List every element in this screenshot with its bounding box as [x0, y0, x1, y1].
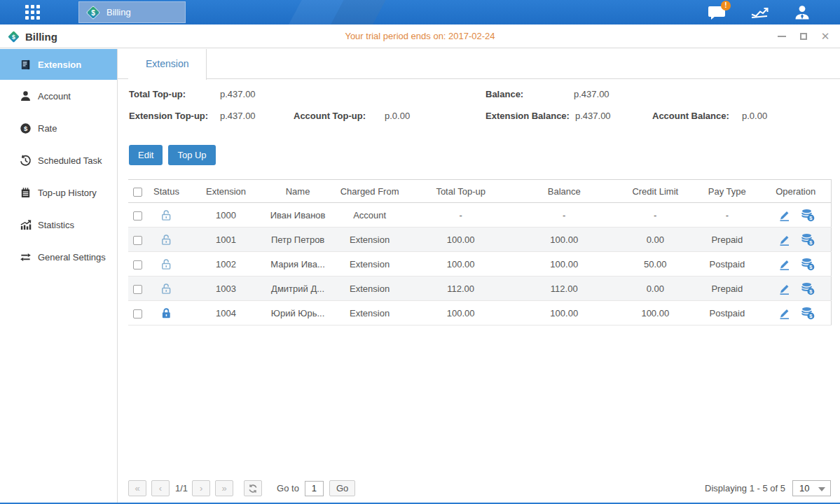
statistics-chart-icon[interactable] — [750, 4, 769, 22]
cell-name: Иван Иванов — [266, 203, 329, 227]
edit-icon[interactable] — [777, 257, 791, 271]
close-button[interactable]: ✕ — [820, 31, 830, 41]
ledger-icon — [20, 59, 32, 71]
go-button[interactable]: Go — [329, 480, 355, 496]
cell-extension: 1002 — [186, 252, 266, 276]
cell-credit-limit: 100.00 — [617, 301, 694, 326]
app-menu-icon[interactable] — [25, 5, 41, 20]
table-row: 1001Петр ПетровExtension100.00100.000.00… — [128, 227, 832, 252]
cell-credit-limit: 50.00 — [617, 252, 694, 276]
cell-credit-limit: 0.00 — [617, 227, 694, 252]
table-header-row: StatusExtensionNameCharged FromTotal Top… — [128, 180, 832, 203]
cell-balance: 100.00 — [511, 252, 617, 276]
first-page-button[interactable]: « — [128, 480, 146, 496]
user-account-icon[interactable] — [792, 4, 812, 22]
edit-icon[interactable] — [777, 208, 791, 222]
action-buttons: Edit Top Up — [129, 145, 840, 165]
total-topup-value: p.437.00 — [220, 89, 256, 99]
column-header: Name — [266, 180, 329, 203]
total-topup-label: Total Top-up: — [129, 89, 186, 99]
account-balance-value: p.0.00 — [742, 111, 767, 121]
cell-balance: 112.00 — [511, 276, 617, 301]
sidebar-item-statistics[interactable]: Statistics — [0, 209, 117, 241]
cell-balance: 100.00 — [511, 227, 617, 252]
sidebar-item-rate[interactable]: $ Rate — [0, 112, 117, 144]
sidebar-item-label: General Settings — [38, 252, 106, 262]
sidebar-item-label: Top-up History — [38, 188, 97, 198]
table-row: 1003Дмитрий Д...Extension112.00112.000.0… — [128, 276, 832, 301]
person-icon — [20, 90, 32, 102]
sidebar-item-general-settings[interactable]: General Settings — [0, 241, 117, 273]
table-row: 1002Мария Ива...Extension100.00100.0050.… — [128, 252, 832, 276]
column-header: Operation — [760, 180, 831, 203]
top-up-button[interactable]: Top Up — [168, 145, 215, 165]
taskbar-item-label: Billing — [106, 7, 131, 18]
maximize-button[interactable] — [799, 31, 808, 41]
sliders-icon — [20, 251, 32, 263]
refresh-icon[interactable] — [244, 480, 262, 496]
pagination-right: Displaying 1 - 5 of 5 10 — [705, 480, 831, 496]
sidebar-item-scheduled-task[interactable]: Scheduled Task — [0, 144, 117, 176]
edit-icon[interactable] — [777, 232, 791, 246]
cell-charged-from: Extension — [329, 301, 410, 326]
displaying-text: Displaying 1 - 5 of 5 — [705, 483, 785, 493]
row-checkbox[interactable] — [133, 285, 142, 294]
edit-icon[interactable] — [777, 281, 791, 295]
extension-table-wrap: StatusExtensionNameCharged FromTotal Top… — [128, 179, 832, 326]
sidebar-item-label: Scheduled Task — [38, 155, 102, 166]
table-body: 1000Иван ИвановAccount----$1001Петр Петр… — [128, 203, 832, 326]
last-page-button[interactable]: » — [215, 480, 233, 496]
topup-icon[interactable]: $ — [801, 306, 815, 320]
cell-name: Петр Петров — [266, 227, 329, 252]
topup-icon[interactable]: $ — [801, 257, 815, 271]
messages-icon[interactable]: ! — [707, 4, 727, 22]
edit-button[interactable]: Edit — [129, 145, 163, 165]
pagination-bar: « ‹ 1/1 › » Go to Go Displaying 1 - 5 of… — [128, 479, 831, 497]
edit-icon[interactable] — [777, 306, 791, 320]
billing-app-window: $ Billing ! $ Billing Your trial period … — [0, 0, 840, 504]
balance-summary: Total Top-up: p.437.00 Balance: p.437.00… — [118, 83, 840, 136]
goto-page-input[interactable] — [305, 481, 324, 496]
topup-icon[interactable]: $ — [801, 232, 815, 246]
account-topup-value: p.0.00 — [385, 111, 410, 121]
window-controls: ✕ — [777, 24, 830, 48]
notepad-icon — [20, 187, 32, 199]
svg-text:$: $ — [12, 33, 15, 40]
sidebar-item-label: Rate — [38, 123, 57, 134]
row-checkbox[interactable] — [133, 309, 142, 318]
row-checkbox[interactable] — [133, 211, 142, 220]
row-checkbox[interactable] — [133, 260, 142, 270]
prev-page-button[interactable]: ‹ — [151, 480, 170, 496]
column-header: Charged From — [329, 180, 410, 203]
cell-extension: 1003 — [186, 276, 266, 301]
sidebar-item-topup-history[interactable]: Top-up History — [0, 176, 117, 209]
sidebar-item-extension[interactable]: Extension — [0, 49, 117, 80]
tab-extension[interactable]: Extension — [128, 49, 207, 80]
sidebar-item-account[interactable]: Account — [0, 80, 117, 112]
cell-pay-type: Postpaid — [694, 252, 760, 276]
extension-topup-value: p.437.00 — [220, 111, 256, 121]
trial-notice: Your trial period ends on: 2017-02-24 — [345, 24, 495, 48]
column-header: Balance — [511, 180, 617, 203]
billing-diamond-icon: $ — [85, 5, 101, 20]
topup-icon[interactable]: $ — [801, 208, 815, 222]
window-title-group: $ Billing — [7, 24, 57, 48]
page-indicator: 1/1 — [175, 483, 188, 493]
cell-pay-type: Prepaid — [694, 276, 760, 301]
page-size-select[interactable]: 10 — [792, 480, 831, 496]
select-all-checkbox[interactable] — [133, 188, 142, 197]
bar-chart-icon — [20, 219, 32, 231]
lock-open-icon — [160, 282, 173, 295]
extension-balance-label: Extension Balance: — [486, 111, 570, 121]
goto-label: Go to — [277, 483, 299, 493]
column-header: Total Top-up — [410, 180, 511, 203]
extension-topup-label: Extension Top-up: — [129, 111, 208, 121]
row-checkbox[interactable] — [133, 236, 142, 245]
minimize-button[interactable] — [777, 31, 787, 41]
next-page-button[interactable]: › — [192, 480, 210, 496]
cell-charged-from: Extension — [329, 276, 410, 301]
topup-icon[interactable]: $ — [801, 281, 815, 295]
taskbar-item-billing[interactable]: $ Billing — [78, 1, 186, 23]
navbar-right-icons: ! — [707, 0, 812, 24]
extension-balance-value: p.437.00 — [575, 111, 611, 121]
